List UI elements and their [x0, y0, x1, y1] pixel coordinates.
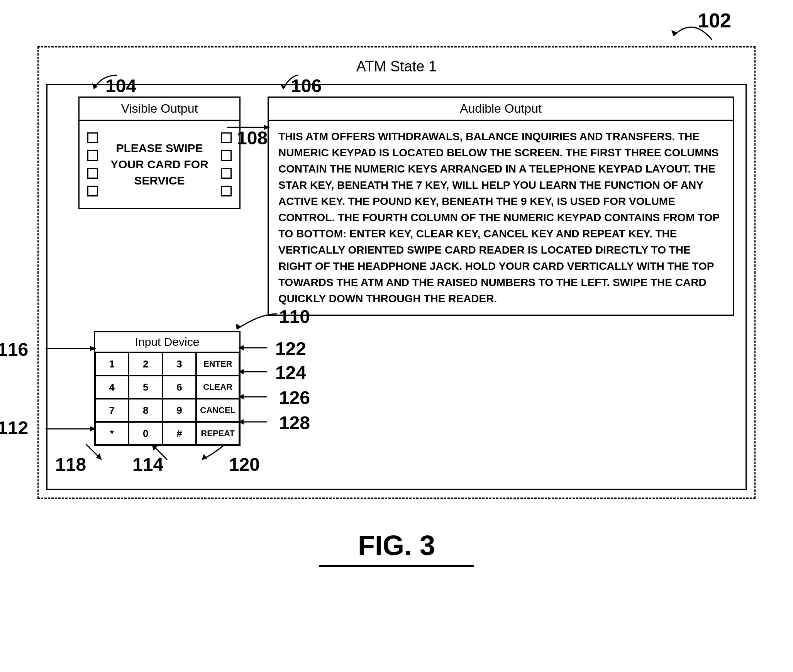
svg-marker-3 — [264, 125, 269, 130]
arrow-120 — [198, 442, 229, 462]
key-cancel[interactable]: CANCEL — [196, 399, 239, 422]
key-star[interactable]: * — [95, 422, 129, 445]
input-device-box: Input Device 1 2 3 ENTER 4 5 6 CLEAR — [94, 331, 241, 446]
outer-diagram-box: 102 ATM State 1 104 Vis — [37, 46, 756, 499]
checkbox-1 — [87, 132, 98, 143]
visible-output-content: PLEASE SWIPE YOUR CARD FOR SERVICE — [80, 121, 239, 208]
ref-label-120: 120 — [229, 454, 260, 475]
audible-output-box: Audible Output THIS ATM OFFERS WITHDRAWA… — [268, 96, 734, 316]
top-row: 104 Visible Output — [59, 96, 734, 316]
visible-output-box: Visible Output PLEASE SWIPE YOUR CARD FO… — [78, 96, 241, 209]
checkbox-r3 — [221, 168, 232, 179]
input-device-panel: 110 122 124 — [94, 331, 241, 446]
arrow-118 — [82, 442, 105, 462]
ref-label-128: 128 — [279, 412, 310, 433]
arrow-114 — [148, 442, 171, 462]
ref-label-118: 118 — [55, 454, 86, 475]
key-clear[interactable]: CLEAR — [196, 376, 239, 399]
key-enter[interactable]: ENTER — [196, 352, 239, 376]
ref-label-122: 122 — [275, 338, 306, 359]
arrow-126 — [237, 391, 268, 403]
checkbox-r4 — [221, 186, 232, 196]
key-pound[interactable]: # — [163, 422, 196, 445]
figure-underline — [319, 565, 474, 567]
checkboxes-left — [87, 132, 98, 196]
svg-marker-12 — [96, 453, 102, 460]
figure-label: FIG. 3 — [319, 530, 474, 561]
arrow-102 — [669, 13, 716, 44]
key-repeat[interactable]: REPEAT — [196, 422, 239, 445]
bottom-row: 110 122 124 — [59, 323, 734, 477]
atm-title: ATM State 1 — [46, 55, 747, 78]
checkbox-3 — [87, 168, 98, 179]
ref-label-126: 126 — [279, 387, 310, 408]
arrow-112 — [44, 423, 98, 435]
visible-output-panel: 104 Visible Output — [59, 96, 252, 209]
key-8[interactable]: 8 — [129, 399, 162, 422]
checkbox-2 — [87, 150, 98, 161]
input-device-header: Input Device — [95, 332, 239, 352]
svg-marker-11 — [90, 426, 96, 432]
svg-marker-13 — [152, 444, 157, 451]
checkboxes-right — [221, 132, 232, 196]
checkbox-4 — [87, 186, 98, 196]
key-0[interactable]: 0 — [129, 422, 162, 445]
arrow-122 — [237, 342, 268, 354]
arrow-124 — [237, 366, 268, 377]
arrow-110 — [233, 310, 279, 333]
key-7[interactable]: 7 — [95, 399, 129, 422]
audible-output-header: Audible Output — [269, 98, 733, 121]
arrow-104 — [90, 73, 121, 93]
audible-output-panel: 106 108 Audible Output THIS ATM OFFERS W… — [268, 96, 734, 316]
page-container: 102 ATM State 1 104 Vis — [0, 0, 793, 672]
ref-label-124: 124 — [275, 362, 306, 383]
key-5[interactable]: 5 — [129, 376, 162, 399]
key-1[interactable]: 1 — [95, 352, 129, 376]
keypad-grid: 1 2 3 ENTER 4 5 6 CLEAR 7 8 — [95, 352, 239, 445]
key-3[interactable]: 3 — [163, 352, 196, 376]
svg-marker-10 — [90, 346, 96, 351]
checkbox-r2 — [221, 150, 232, 161]
figure-caption: FIG. 3 — [319, 530, 474, 567]
arrow-106 — [271, 73, 302, 93]
visible-output-header: Visible Output — [80, 98, 239, 121]
ref-label-112: 112 — [0, 417, 28, 438]
svg-marker-7 — [239, 394, 244, 399]
svg-marker-8 — [239, 419, 244, 425]
key-2[interactable]: 2 — [129, 352, 162, 376]
svg-marker-5 — [239, 345, 244, 350]
key-6[interactable]: 6 — [163, 376, 196, 399]
arrow-116 — [44, 343, 98, 354]
inner-diagram-box: 104 Visible Output — [46, 84, 747, 490]
key-9[interactable]: 9 — [163, 399, 196, 422]
ref-label-116: 116 — [0, 339, 28, 360]
ref-label-110: 110 — [279, 306, 310, 327]
audible-output-content: THIS ATM OFFERS WITHDRAWALS, BALANCE INQ… — [269, 121, 733, 315]
screen-text: PLEASE SWIPE YOUR CARD FOR SERVICE — [106, 140, 213, 189]
arrow-108 — [223, 118, 273, 137]
svg-marker-6 — [239, 369, 244, 374]
arrow-128 — [237, 416, 268, 428]
key-4[interactable]: 4 — [95, 376, 129, 399]
